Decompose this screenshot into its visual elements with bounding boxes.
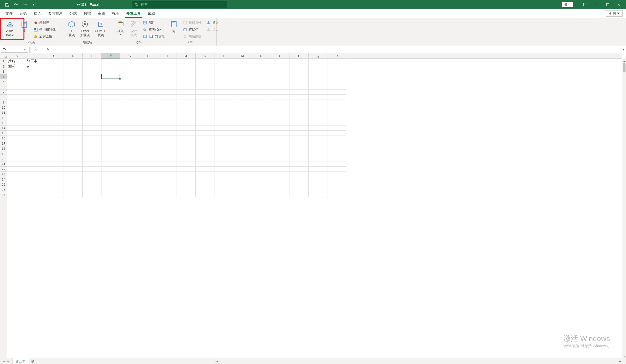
close-icon[interactable]: ✕ — [613, 0, 625, 9]
cell-O2[interactable] — [271, 64, 290, 69]
column-header-D[interactable]: D — [64, 53, 83, 58]
cell-A24[interactable] — [7, 177, 26, 182]
cell-B12[interactable] — [26, 115, 45, 120]
view-code-button[interactable]: 查看代码 — [142, 26, 165, 33]
cell-P15[interactable] — [290, 131, 309, 136]
cell-A6[interactable] — [7, 84, 26, 89]
cell-Q15[interactable] — [309, 131, 327, 136]
cell-P3[interactable] — [290, 69, 309, 74]
cell-L11[interactable] — [214, 110, 233, 115]
column-header-N[interactable]: N — [252, 53, 271, 58]
cell-Q7[interactable] — [309, 89, 327, 95]
cell-K16[interactable] — [196, 136, 214, 141]
cell-P4[interactable] — [290, 74, 309, 79]
cell-N16[interactable] — [252, 136, 271, 141]
cell-H1[interactable] — [139, 59, 158, 64]
cell-G20[interactable] — [120, 156, 139, 162]
cell-B19[interactable] — [26, 151, 45, 156]
cell-H14[interactable] — [139, 125, 158, 131]
tab-view[interactable]: 视图 — [109, 9, 123, 18]
cell-N2[interactable] — [252, 64, 271, 69]
cell-F18[interactable] — [102, 146, 120, 151]
cell-N14[interactable] — [252, 125, 271, 131]
cell-R23[interactable] — [327, 172, 346, 177]
cell-C8[interactable] — [45, 95, 64, 100]
cell-F24[interactable] — [102, 177, 120, 182]
cell-N4[interactable] — [252, 74, 271, 79]
cell-F10[interactable] — [102, 105, 120, 110]
cell-P2[interactable] — [290, 64, 309, 69]
row-header-8[interactable]: 8 — [0, 95, 7, 100]
cell-Q4[interactable] — [309, 74, 327, 79]
cell-N6[interactable] — [252, 84, 271, 89]
row-header-22[interactable]: 22 — [0, 166, 7, 172]
cell-O11[interactable] — [271, 110, 290, 115]
cell-F26[interactable] — [102, 187, 120, 192]
cell-L14[interactable] — [214, 125, 233, 131]
cell-A17[interactable] — [7, 141, 26, 146]
cell-G17[interactable] — [120, 141, 139, 146]
column-header-J[interactable]: J — [177, 53, 196, 58]
row-header-14[interactable]: 14 — [0, 125, 7, 131]
cell-Q18[interactable] — [309, 146, 327, 151]
ribbon-display-icon[interactable] — [580, 0, 591, 9]
row-header-12[interactable]: 12 — [0, 115, 7, 120]
cell-Q2[interactable] — [309, 64, 327, 69]
undo-icon[interactable]: ↶▾ — [12, 1, 20, 8]
cell-E7[interactable] — [83, 89, 102, 95]
cell-K18[interactable] — [196, 146, 214, 151]
cell-C14[interactable] — [45, 125, 64, 131]
cell-N17[interactable] — [252, 141, 271, 146]
cell-O12[interactable] — [271, 115, 290, 120]
cell-G21[interactable] — [120, 162, 139, 166]
search-box[interactable]: 搜索 — [132, 1, 227, 8]
run-dialog-button[interactable]: 运行对话框 — [142, 33, 165, 40]
cell-G3[interactable] — [120, 69, 139, 74]
cell-O18[interactable] — [271, 146, 290, 151]
cell-I12[interactable] — [158, 115, 177, 120]
tab-developer[interactable]: 开发工具 — [123, 9, 144, 18]
column-header-B[interactable]: B — [26, 53, 45, 58]
column-header-I[interactable]: I — [158, 53, 177, 58]
cell-R20[interactable] — [327, 156, 346, 162]
hscroll-left-icon[interactable]: ◄ — [216, 360, 218, 363]
cell-A21[interactable] — [7, 162, 26, 166]
cell-B14[interactable] — [26, 125, 45, 131]
cell-N25[interactable] — [252, 182, 271, 187]
cell-H6[interactable] — [139, 84, 158, 89]
cell-O24[interactable] — [271, 177, 290, 182]
cell-L20[interactable] — [214, 156, 233, 162]
cell-F6[interactable] — [102, 84, 120, 89]
sheet-tab-active[interactable]: 张三丰 — [12, 358, 29, 364]
cell-C22[interactable] — [45, 166, 64, 172]
cell-A10[interactable] — [7, 105, 26, 110]
cell-R9[interactable] — [327, 100, 346, 105]
visual-basic-button[interactable]: Visual Basic — [2, 19, 18, 39]
cell-D19[interactable] — [64, 151, 83, 156]
cell-R19[interactable] — [327, 151, 346, 156]
cell-F19[interactable] — [102, 151, 120, 156]
cell-R8[interactable] — [327, 95, 346, 100]
design-mode-button[interactable]: 设计模式 — [127, 19, 140, 39]
cell-E21[interactable] — [83, 162, 102, 166]
cancel-icon[interactable]: ✕ — [32, 47, 39, 52]
cell-B13[interactable] — [26, 120, 45, 125]
cell-E1[interactable] — [83, 59, 102, 64]
cell-H7[interactable] — [139, 89, 158, 95]
cell-G8[interactable] — [120, 95, 139, 100]
cell-I11[interactable] — [158, 110, 177, 115]
cell-H10[interactable] — [139, 105, 158, 110]
row-header-17[interactable]: 17 — [0, 141, 7, 146]
cell-C7[interactable] — [45, 89, 64, 95]
cell-J25[interactable] — [177, 182, 196, 187]
cell-H19[interactable] — [139, 151, 158, 156]
cell-A20[interactable] — [7, 156, 26, 162]
cell-H20[interactable] — [139, 156, 158, 162]
cell-Q24[interactable] — [309, 177, 327, 182]
cell-R27[interactable] — [327, 192, 346, 198]
properties-button[interactable]: 属性 — [142, 20, 165, 26]
cell-M6[interactable] — [233, 84, 252, 89]
cell-L17[interactable] — [214, 141, 233, 146]
row-header-15[interactable]: 15 — [0, 131, 7, 136]
cell-N7[interactable] — [252, 89, 271, 95]
